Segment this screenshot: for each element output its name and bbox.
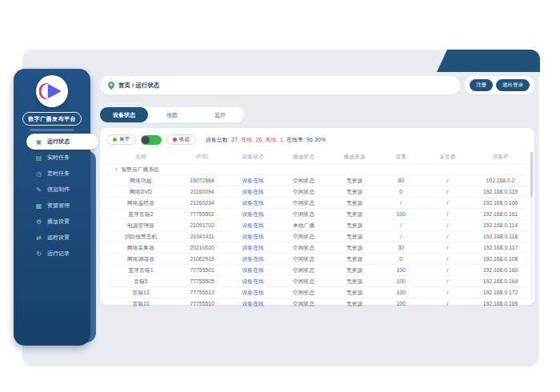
table-cell: 192.168.0.117 bbox=[473, 242, 528, 253]
sidebar-item-7[interactable]: ↻运行记录 bbox=[26, 246, 89, 262]
table-cell: / bbox=[422, 276, 473, 286]
table-cell: / bbox=[380, 198, 422, 208]
table-cell: 网络调谐器 bbox=[105, 254, 177, 264]
history-icon: ↻ bbox=[35, 250, 42, 258]
table-cell: 19072664 bbox=[177, 175, 227, 186]
sidebar-item-1[interactable]: ▤实时任务 bbox=[26, 150, 89, 166]
sidebar-item-5[interactable]: ⚙播放设置 bbox=[26, 214, 89, 230]
table-toolbar: 展开 收起 设备总数: 27, 在线: 26, 离线: 1, 在线率: 96.3… bbox=[100, 128, 534, 150]
device-group-row[interactable]: ∨ 智慧云广播系统 bbox=[105, 163, 528, 174]
table-cell: 77755505 bbox=[177, 276, 227, 286]
table-cell: 音箱10 bbox=[105, 298, 177, 309]
app-subtitle-decoration bbox=[30, 129, 74, 131]
stats-segment: 离线: 1, bbox=[266, 137, 286, 142]
table-cell: 77755502 bbox=[177, 209, 227, 219]
table-cell: / bbox=[422, 220, 473, 230]
table-row[interactable]: 网络DVD21160094设备在线空闲状态无资源0/192.168.0.119 bbox=[105, 186, 528, 197]
table-row[interactable]: 电源管理器21091702设备在线本地广播无资源//192.168.0.114 bbox=[105, 219, 528, 230]
logout-button[interactable]: 退出登录 bbox=[496, 79, 530, 91]
table-row[interactable]: 蓝牙音箱277755502设备在线空闲状态无资源100/192.168.0.16… bbox=[105, 208, 528, 219]
table-cell: / bbox=[380, 220, 422, 230]
table-cell: 网络功放 bbox=[105, 175, 177, 186]
device-stats-summary: 设备总数: 27, 在线: 26, 离线: 1, 在线率: 96.30% bbox=[206, 136, 326, 144]
tab-1[interactable]: 地图 bbox=[148, 107, 196, 122]
table-cell: 设备在线 bbox=[227, 298, 278, 309]
table-cell: 无资源 bbox=[329, 265, 379, 275]
sidebar-item-0[interactable]: ▣运行状态 bbox=[26, 134, 98, 150]
table-row[interactable]: 消防报警主机21041411设备在线空闲状态无资源//192.168.0.118 bbox=[105, 230, 528, 242]
table-cell: 无资源 bbox=[329, 254, 379, 264]
stats-segment: 设备总数: 27, bbox=[206, 137, 241, 142]
table-row[interactable]: 网络遥控器21260234设备在线空闲状态无资源//192.168.0.106 bbox=[105, 197, 528, 208]
app-window: 数字广播发布平台 ▣运行状态▤实时任务◷定时任务✎信息制作▦资源管理⚙播放设置⇄… bbox=[0, 0, 560, 392]
table-cell: 77755510 bbox=[177, 298, 227, 309]
table-cell: 192.168.0.108 bbox=[473, 254, 528, 264]
resource-icon: ▦ bbox=[35, 202, 42, 210]
table-cell: / bbox=[422, 186, 473, 197]
device-table: 名称IP/ID设备状态播放状态播放资源音量采音值设备IP ∨ 智慧云广播系统 网… bbox=[105, 150, 528, 309]
table-cell: 100 bbox=[380, 298, 422, 309]
register-button[interactable]: 注册 bbox=[470, 79, 493, 91]
tab-bar: 设备状态地图监控 bbox=[100, 107, 244, 122]
breadcrumb-text: 首页 / 运行状态 bbox=[118, 82, 159, 90]
table-cell: 192.168.0.172 bbox=[473, 287, 528, 298]
table-header-row: 名称IP/ID设备状态播放状态播放资源音量采音值设备IP bbox=[105, 150, 528, 163]
sidebar-item-4[interactable]: ▦资源管理 bbox=[26, 198, 89, 214]
table-cell: / bbox=[380, 231, 422, 242]
collapse-all-button[interactable]: 收起 bbox=[166, 134, 196, 145]
sidebar-item-label: 播放设置 bbox=[47, 218, 70, 226]
table-scrollbar[interactable] bbox=[530, 152, 533, 301]
table-row[interactable]: 网络调谐器21062919设备在线空闲状态无资源0/192.168.0.108 bbox=[105, 253, 528, 264]
table-row[interactable]: 网络功放19072664设备在线空闲状态无资源80/192.168.0.2 bbox=[105, 174, 528, 186]
sidebar: 数字广播发布平台 ▣运行状态▤实时任务◷定时任务✎信息制作▦资源管理⚙播放设置⇄… bbox=[14, 69, 90, 346]
table-cell: 192.168.0.114 bbox=[473, 220, 528, 230]
collapse-caret-icon[interactable]: ∨ bbox=[114, 164, 118, 174]
table-cell: 本地广播 bbox=[278, 220, 329, 230]
table-cell: 音箱13 bbox=[105, 287, 177, 298]
table-cell: 设备在线 bbox=[227, 276, 278, 286]
table-row[interactable]: 音箱577755505设备在线空闲状态无资源100/192.168.0.164 bbox=[105, 275, 528, 286]
table-cell: 21041411 bbox=[177, 231, 227, 242]
table-cell: 空闲状态 bbox=[278, 242, 329, 253]
sidebar-item-label: 运行记录 bbox=[47, 250, 70, 258]
table-cell: 网络采集器 bbox=[105, 242, 177, 253]
table-row[interactable]: 音箱1077755510设备在线空闲状态无资源100/192.168.0.169 bbox=[105, 298, 528, 309]
table-row[interactable]: 蓝牙音箱177755501设备在线空闲状态无资源100/192.168.0.16… bbox=[105, 264, 528, 275]
collapse-all-label: 收起 bbox=[179, 136, 190, 143]
column-header: 播放资源 bbox=[329, 150, 379, 163]
tab-0[interactable]: 设备状态 bbox=[100, 107, 148, 122]
table-cell: 网络遥控器 bbox=[105, 198, 177, 208]
table-body: 网络功放19072664设备在线空闲状态无资源80/192.168.0.2网络D… bbox=[105, 174, 528, 309]
table-cell: 空闲状态 bbox=[278, 175, 329, 186]
toggle-knob bbox=[142, 136, 150, 144]
expand-all-button[interactable]: 展开 bbox=[106, 134, 136, 145]
table-cell: 设备在线 bbox=[227, 254, 278, 264]
table-row[interactable]: 音箱1377755513设备在线空闲状态无资源100/192.168.0.172 bbox=[105, 286, 528, 298]
table-cell: 21091702 bbox=[177, 220, 227, 230]
sidebar-item-2[interactable]: ◷定时任务 bbox=[26, 166, 89, 182]
column-header: IP/ID bbox=[177, 150, 227, 163]
table-cell: 192.168.0.164 bbox=[473, 276, 528, 286]
scrollbar-thumb[interactable] bbox=[530, 152, 533, 197]
header-actions-bar: 注册 退出登录 bbox=[465, 76, 534, 94]
table-cell: 空闲状态 bbox=[278, 298, 329, 309]
sidebar-item-3[interactable]: ✎信息制作 bbox=[26, 182, 89, 198]
table-cell: / bbox=[422, 209, 473, 219]
table-row[interactable]: 网络采集器20210020设备在线空闲状态无资源30/192.168.0.117 bbox=[105, 242, 528, 253]
table-cell: 音箱5 bbox=[105, 276, 177, 286]
table-cell: 无资源 bbox=[329, 175, 379, 186]
location-pin-icon bbox=[108, 82, 114, 90]
tab-2[interactable]: 监控 bbox=[196, 107, 244, 122]
sidebar-item-6[interactable]: ⇄远程设置 bbox=[26, 230, 89, 246]
table-cell: 80 bbox=[380, 175, 422, 186]
table-cell: 192.168.0.118 bbox=[473, 231, 528, 242]
sidebar-item-label: 定时任务 bbox=[47, 170, 70, 178]
stats-segment: 在线率: 96.30% bbox=[286, 137, 326, 142]
table-cell: 设备在线 bbox=[227, 186, 278, 197]
table-cell: 蓝牙音箱1 bbox=[105, 265, 177, 275]
table-cell: 192.168.0.161 bbox=[473, 209, 528, 219]
table-cell: 设备在线 bbox=[227, 287, 278, 298]
corner-decoration bbox=[447, 50, 540, 72]
expand-toggle[interactable] bbox=[141, 135, 162, 145]
table-cell: 无资源 bbox=[329, 186, 379, 197]
